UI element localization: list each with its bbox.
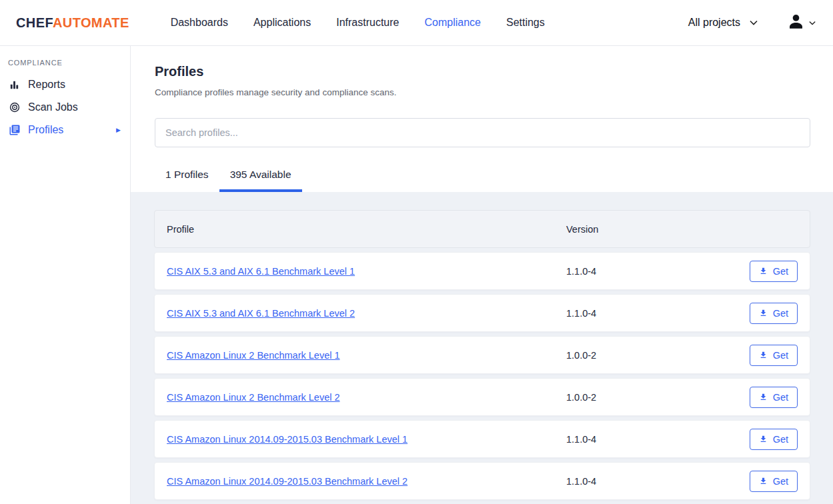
search-input[interactable]: [155, 118, 810, 147]
tab-available[interactable]: 395 Available: [219, 161, 302, 192]
logo-chef-text: CHEF: [16, 15, 53, 30]
page-title: Profiles: [155, 64, 810, 79]
nav-applications[interactable]: Applications: [253, 17, 311, 29]
profile-link[interactable]: CIS AIX 5.3 and AIX 6.1 Benchmark Level …: [167, 308, 355, 319]
main-content: Profiles Compliance profiles manage secu…: [131, 46, 833, 504]
chevron-down-icon: [750, 20, 758, 25]
get-button-label: Get: [773, 392, 788, 403]
table-header-row: Profile Version: [154, 210, 810, 248]
get-button[interactable]: Get: [750, 303, 798, 324]
projects-filter-dropdown[interactable]: All projects: [688, 17, 758, 29]
user-menu[interactable]: [787, 13, 816, 33]
table-row: CIS AIX 5.3 and AIX 6.1 Benchmark Level …: [154, 252, 810, 290]
download-icon: [759, 309, 768, 317]
get-button[interactable]: Get: [750, 387, 798, 408]
profile-link[interactable]: CIS Amazon Linux 2014.09-2015.03 Benchma…: [167, 434, 407, 445]
page-subtitle: Compliance profiles manage security and …: [155, 87, 810, 97]
library-books-icon: [8, 124, 21, 136]
nav-dashboards[interactable]: Dashboards: [171, 17, 228, 29]
top-navigation-bar: CHEFAUTOMATE Dashboards Applications Inf…: [0, 0, 833, 46]
expand-right-arrow-icon[interactable]: ▶: [116, 127, 121, 133]
profiles-tabs: 1 Profiles 395 Available: [155, 161, 810, 192]
profile-link[interactable]: CIS AIX 5.3 and AIX 6.1 Benchmark Level …: [167, 266, 355, 277]
sidebar-item-label: Profiles: [28, 124, 63, 136]
sidebar-item-reports[interactable]: Reports: [0, 73, 130, 96]
topbar-right-controls: All projects: [688, 13, 816, 33]
nav-infrastructure[interactable]: Infrastructure: [336, 17, 399, 29]
column-header-version: Version: [566, 224, 798, 235]
table-row: CIS Amazon Linux 2 Benchmark Level 1 1.0…: [154, 336, 810, 374]
version-cell: 1.1.0-4: [566, 434, 750, 445]
version-cell: 1.0.0-2: [566, 350, 750, 361]
download-icon: [759, 267, 768, 275]
get-button-label: Get: [773, 308, 788, 319]
get-button[interactable]: Get: [750, 471, 798, 492]
column-header-profile: Profile: [167, 224, 566, 235]
nav-settings[interactable]: Settings: [506, 17, 545, 29]
version-cell: 1.1.0-4: [566, 266, 750, 277]
download-icon: [759, 351, 768, 359]
profile-link[interactable]: CIS Amazon Linux 2 Benchmark Level 1: [167, 350, 340, 361]
download-icon: [759, 435, 768, 443]
sidebar-item-scan-jobs[interactable]: Scan Jobs: [0, 96, 130, 119]
nav-compliance[interactable]: Compliance: [424, 17, 480, 29]
profiles-table-panel: Profile Version CIS AIX 5.3 and AIX 6.1 …: [131, 192, 833, 504]
profile-link[interactable]: CIS Amazon Linux 2 Benchmark Level 2: [167, 392, 340, 403]
user-avatar-icon: [787, 13, 805, 33]
get-button-label: Get: [773, 434, 788, 445]
profile-link[interactable]: CIS Amazon Linux 2014.09-2015.03 Benchma…: [167, 476, 407, 487]
version-cell: 1.0.0-2: [566, 392, 750, 403]
version-cell: 1.1.0-4: [566, 476, 750, 487]
table-row: CIS Amazon Linux 2014.09-2015.03 Benchma…: [154, 420, 810, 458]
version-cell: 1.1.0-4: [566, 308, 750, 319]
sidebar-item-profiles[interactable]: Profiles ▶: [0, 119, 130, 141]
get-button[interactable]: Get: [750, 345, 798, 366]
get-button[interactable]: Get: [750, 429, 798, 450]
chef-automate-logo[interactable]: CHEFAUTOMATE: [16, 15, 129, 31]
sidebar: COMPLIANCE Reports Scan Jobs Profiles: [0, 46, 131, 504]
get-button-label: Get: [773, 266, 788, 277]
primary-nav: Dashboards Applications Infrastructure C…: [171, 17, 545, 29]
sidebar-item-label: Reports: [28, 79, 65, 91]
profiles-table-body: CIS AIX 5.3 and AIX 6.1 Benchmark Level …: [154, 252, 810, 500]
chevron-down-icon: [809, 21, 816, 25]
sidebar-section-label: COMPLIANCE: [8, 59, 122, 67]
get-button-label: Get: [773, 350, 788, 361]
projects-filter-label: All projects: [688, 17, 740, 29]
table-row: CIS Amazon Linux 2014.09-2015.03 Benchma…: [154, 462, 810, 500]
table-row: CIS AIX 5.3 and AIX 6.1 Benchmark Level …: [154, 294, 810, 332]
logo-automate-text: AUTOMATE: [53, 15, 129, 30]
radar-icon: [8, 101, 21, 113]
get-button[interactable]: Get: [750, 261, 798, 282]
bar-chart-icon: [8, 79, 21, 91]
download-icon: [759, 477, 768, 485]
download-icon: [759, 393, 768, 401]
tab-my-profiles[interactable]: 1 Profiles: [155, 161, 219, 192]
sidebar-item-label: Scan Jobs: [28, 101, 78, 113]
get-button-label: Get: [773, 476, 788, 487]
table-row: CIS Amazon Linux 2 Benchmark Level 2 1.0…: [154, 378, 810, 416]
